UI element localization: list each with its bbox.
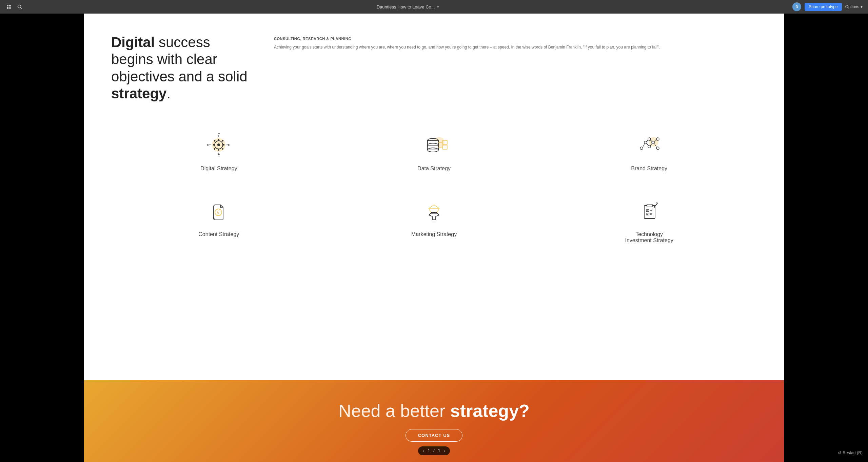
svg-point-43: [648, 145, 651, 148]
svg-rect-11: [213, 144, 215, 146]
content-section: Digital success begins with clear object…: [84, 14, 784, 380]
strategy-grid: Digital Strategy: [111, 119, 757, 254]
svg-point-3: [9, 7, 11, 9]
strategy-label-data: Data Strategy: [417, 166, 451, 172]
prev-page-button[interactable]: ‹: [423, 448, 425, 454]
diamond-network-icon: [634, 130, 665, 160]
svg-rect-58: [644, 206, 655, 218]
svg-line-55: [437, 208, 439, 212]
funnel-filter-icon: [419, 195, 449, 226]
svg-marker-68: [656, 202, 658, 204]
restart-arrow-icon: ↺: [838, 450, 841, 455]
svg-rect-10: [218, 149, 219, 151]
svg-rect-0: [7, 5, 8, 6]
section-subtitle: CONSULTING, RESEARCH & PLANNING: [274, 37, 757, 41]
strategy-label-technology: Technology Investment Strategy: [622, 231, 676, 244]
cta-heading-light: Need a better: [338, 401, 450, 421]
svg-marker-53: [429, 205, 439, 208]
strategy-item-digital[interactable]: Digital Strategy: [111, 119, 327, 182]
document-coin-icon: €: [203, 195, 234, 226]
svg-rect-31: [428, 140, 438, 145]
search-icon[interactable]: [16, 3, 23, 10]
svg-point-45: [656, 138, 659, 140]
figma-icon[interactable]: [5, 3, 12, 10]
strategy-item-technology[interactable]: Technology Investment Strategy: [541, 185, 757, 254]
cta-heading-bold: strategy?: [450, 401, 530, 421]
svg-point-8: [217, 143, 220, 146]
hero-heading-strategy: strategy: [111, 85, 166, 101]
database-icon: [419, 130, 449, 160]
topbar-right: D Share prototype Options ▾: [792, 2, 863, 11]
strategy-label-marketing: Marketing Strategy: [411, 231, 457, 237]
svg-rect-33: [428, 145, 438, 150]
hero-heading-bold: Digital: [111, 34, 155, 50]
page-indicator: ‹ 1 / 1 ›: [418, 446, 450, 455]
page-current: 1: [428, 448, 430, 453]
page-separator: /: [433, 448, 434, 453]
restart-button[interactable]: ↺ Restart (R): [838, 450, 863, 455]
strategy-label-content: Content Strategy: [198, 231, 239, 237]
svg-rect-59: [647, 204, 652, 207]
right-panel: [784, 14, 868, 462]
svg-text:€: €: [217, 210, 219, 215]
svg-rect-2: [7, 7, 8, 9]
svg-point-41: [648, 138, 651, 140]
svg-rect-1: [9, 5, 11, 6]
checklist-pen-icon: [634, 195, 665, 226]
page-title: Dauntless How to Leave Co...: [377, 4, 435, 9]
left-panel: [0, 14, 84, 462]
topbar-center: Dauntless How to Leave Co... ▾: [377, 4, 439, 9]
page-total: 1: [438, 448, 440, 453]
svg-line-50: [643, 143, 645, 148]
chevron-down-icon: ▾: [861, 4, 863, 9]
hero-description: CONSULTING, RESEARCH & PLANNING Achievin…: [274, 34, 757, 51]
strategy-item-data[interactable]: Data Strategy: [327, 119, 542, 182]
topbar-left: [5, 3, 23, 10]
canvas-area: Digital success begins with clear object…: [84, 14, 784, 462]
hero-row: Digital success begins with clear object…: [111, 34, 757, 102]
strategy-label-brand: Brand Strategy: [631, 166, 667, 172]
options-button[interactable]: Options ▾: [845, 4, 863, 9]
topbar: Dauntless How to Leave Co... ▾ D Share p…: [0, 0, 868, 14]
svg-line-5: [21, 8, 22, 9]
strategy-item-marketing[interactable]: Marketing Strategy: [327, 185, 542, 254]
strategy-label-digital: Digital Strategy: [200, 166, 237, 172]
svg-rect-12: [222, 144, 224, 146]
hero-body-text: Achieving your goals starts with underst…: [274, 44, 757, 51]
chevron-down-icon[interactable]: ▾: [437, 5, 439, 9]
svg-rect-9: [218, 139, 219, 141]
next-page-button[interactable]: ›: [443, 448, 445, 454]
avatar: D: [792, 2, 801, 11]
contact-us-button[interactable]: CONTACT US: [406, 429, 463, 442]
svg-line-54: [429, 208, 431, 212]
strategy-item-brand[interactable]: Brand Strategy: [541, 119, 757, 182]
hero-heading: Digital success begins with clear object…: [111, 34, 254, 102]
share-prototype-button[interactable]: Share prototype: [805, 3, 842, 11]
strategy-item-content[interactable]: € Content Strategy: [111, 185, 327, 254]
cta-heading: Need a better strategy?: [338, 401, 530, 421]
gear-circuit-icon: [203, 130, 234, 160]
